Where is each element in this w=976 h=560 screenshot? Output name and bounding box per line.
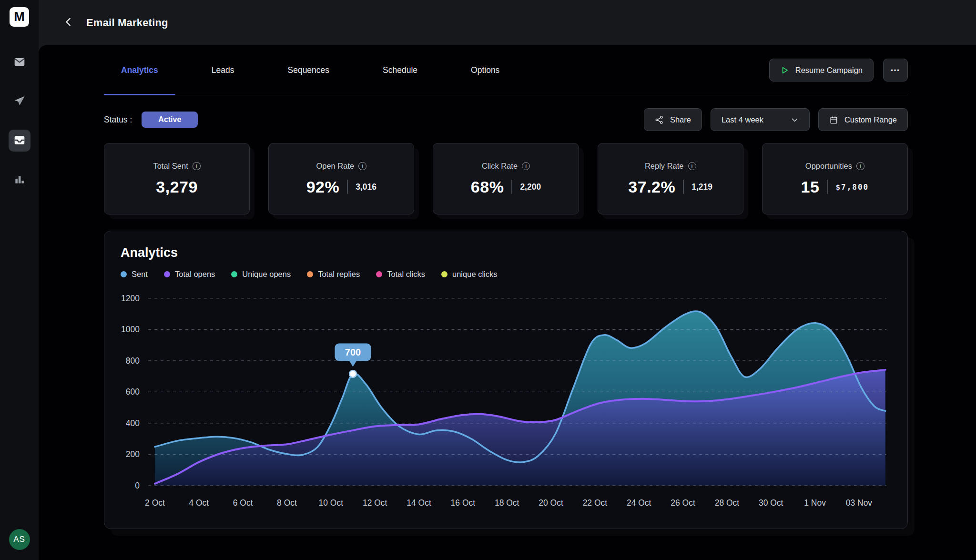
avatar[interactable]: AS: [9, 529, 30, 550]
legend-dot-icon: [164, 271, 170, 277]
info-icon[interactable]: i: [522, 162, 530, 170]
stat-card-title: Open Rate: [316, 162, 354, 171]
x-axis-label: 14 Oct: [407, 498, 431, 508]
custom-range-button[interactable]: Custom Range: [818, 108, 908, 131]
y-axis-label: 0: [135, 481, 140, 490]
status-badge: Active: [142, 112, 198, 128]
custom-range-label: Custom Range: [844, 115, 897, 124]
stat-card-subvalue: 1,219: [691, 182, 712, 192]
tab-analytics[interactable]: Analytics: [104, 45, 175, 95]
legend-label: Total opens: [175, 270, 215, 279]
tab-options[interactable]: Options: [454, 45, 517, 95]
info-icon[interactable]: i: [193, 162, 201, 170]
stat-card-click-rate: Click Ratei68%2,200: [433, 143, 579, 214]
legend-label: Total clicks: [387, 270, 425, 279]
chevron-left-icon: [63, 17, 74, 29]
more-options-button[interactable]: •••: [883, 59, 908, 81]
app-logo-letter: M: [14, 10, 25, 24]
tooltip-value: 700: [345, 347, 361, 357]
info-icon[interactable]: i: [688, 162, 696, 170]
x-axis-label: 26 Oct: [671, 498, 695, 508]
x-axis-label: 12 Oct: [363, 498, 387, 508]
info-icon[interactable]: i: [358, 162, 366, 170]
x-axis-label: 20 Oct: [539, 498, 563, 508]
tab-schedule[interactable]: Schedule: [366, 45, 435, 95]
tab-leads[interactable]: Leads: [194, 45, 252, 95]
share-label: Share: [670, 115, 691, 124]
y-axis-label: 600: [126, 387, 140, 397]
legend-dot-icon: [231, 271, 237, 277]
topbar: Email Marketing: [39, 0, 976, 45]
stat-card-value: 3,279: [156, 178, 198, 196]
status-group: Status : Active: [104, 112, 198, 128]
mail-icon: [13, 56, 26, 70]
chart-legend: SentTotal opensUnique opensTotal replies…: [121, 270, 893, 279]
legend-label: unique clicks: [452, 270, 497, 279]
bar-chart-icon: [13, 173, 26, 187]
stats-cards-row: Total Senti3,279Open Ratei92%3,016Click …: [104, 143, 908, 214]
x-axis-label: 30 Oct: [759, 498, 783, 508]
stat-card-value: 92%: [306, 178, 340, 196]
legend-item-total-opens[interactable]: Total opens: [164, 270, 215, 279]
app-logo[interactable]: M: [10, 7, 29, 27]
main-content: AnalyticsLeadsSequencesScheduleOptions R…: [39, 45, 976, 560]
x-axis-label: 1 Nov: [804, 498, 826, 508]
status-label: Status :: [104, 115, 132, 125]
sidebar: M AS: [0, 0, 39, 560]
resume-campaign-label: Resume Campaign: [795, 66, 863, 75]
date-range-value: Last 4 week: [722, 115, 763, 124]
stat-card-title: Click Rate: [482, 162, 518, 171]
stat-card-subvalue: $7,800: [835, 183, 869, 192]
tab-row: AnalyticsLeadsSequencesScheduleOptions R…: [104, 45, 908, 95]
value-divider: [511, 180, 512, 194]
x-axis-label: 16 Oct: [451, 498, 476, 508]
status-actions: Share Last 4 week Custom Range: [644, 108, 908, 131]
stat-card-subvalue: 3,016: [356, 182, 376, 192]
date-range-dropdown[interactable]: Last 4 week: [711, 108, 810, 131]
back-button[interactable]: [63, 17, 74, 29]
x-axis-label: 6 Oct: [233, 498, 253, 508]
resume-campaign-button[interactable]: Resume Campaign: [769, 59, 874, 81]
value-divider: [827, 180, 828, 194]
sidebar-item-mail[interactable]: [9, 51, 30, 73]
tab-sequences[interactable]: Sequences: [271, 45, 347, 95]
legend-item-total-replies[interactable]: Total replies: [307, 270, 360, 279]
legend-item-unique-opens[interactable]: Unique opens: [231, 270, 291, 279]
legend-dot-icon: [121, 271, 127, 277]
chart-title: Analytics: [121, 245, 893, 260]
chart-marker-dot: [349, 370, 356, 377]
legend-item-unique-clicks[interactable]: unique clicks: [441, 270, 497, 279]
y-axis-label: 200: [126, 449, 140, 459]
legend-dot-icon: [376, 271, 382, 277]
chevron-down-icon: [791, 116, 799, 124]
stat-card-title: Opportunities: [805, 162, 852, 171]
sidebar-nav: [9, 51, 30, 191]
stat-card-value: 15: [801, 178, 820, 196]
legend-label: Unique opens: [242, 270, 291, 279]
legend-item-total-clicks[interactable]: Total clicks: [376, 270, 425, 279]
stat-card-value: 37.2%: [628, 178, 675, 196]
stat-card-reply-rate: Reply Ratei37.2%1,219: [598, 143, 743, 214]
value-divider: [683, 180, 684, 194]
legend-item-sent[interactable]: Sent: [121, 270, 148, 279]
x-axis-label: 22 Oct: [583, 498, 608, 508]
legend-dot-icon: [307, 271, 313, 277]
y-axis-label: 800: [126, 356, 140, 366]
stat-card-title: Reply Rate: [645, 162, 684, 171]
legend-label: Sent: [132, 270, 148, 279]
analytics-chart: 0200400600800100012002 Oct4 Oct6 Oct8 Oc…: [119, 284, 893, 522]
share-button[interactable]: Share: [644, 108, 702, 131]
x-axis-label: 4 Oct: [189, 498, 209, 508]
sidebar-item-send[interactable]: [9, 91, 30, 112]
sidebar-item-inbox[interactable]: [9, 130, 30, 152]
y-axis-label: 1000: [121, 325, 140, 334]
play-icon: [780, 66, 789, 75]
stat-card-total-sent: Total Senti3,279: [104, 143, 250, 214]
paper-plane-icon: [13, 95, 26, 109]
sidebar-item-analytics[interactable]: [9, 169, 30, 191]
info-icon[interactable]: i: [856, 162, 864, 170]
value-divider: [347, 180, 348, 194]
x-axis-label: 18 Oct: [495, 498, 519, 508]
x-axis-label: 8 Oct: [277, 498, 297, 508]
inbox-icon: [13, 134, 26, 148]
